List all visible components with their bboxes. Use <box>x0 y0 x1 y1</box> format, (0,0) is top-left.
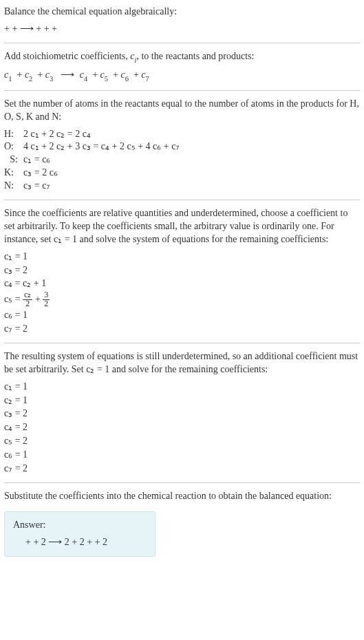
atoms-label-n: N: <box>4 180 23 193</box>
coeff-intro: Add stoichiometric coefficients, ci, to … <box>4 50 360 65</box>
atoms-k-eq: = <box>34 167 42 178</box>
answer-box: Answer: + + 2 ⟶ 2 + 2 + + 2 <box>4 511 156 557</box>
substitute-text: Substitute the coefficients into the che… <box>4 490 360 503</box>
sol1-l2: c₃ = 2 <box>4 264 360 277</box>
atoms-s-rhs: c₆ <box>42 154 50 164</box>
sol2-l7: c₇ = 2 <box>4 462 360 476</box>
sol1-l4: c₅ = c₂ 2 + 3 2 <box>4 291 360 308</box>
solution-2: c₁ = 1 c₂ = 1 c₃ = 2 c₄ = 2 c₅ = 2 c₆ = … <box>4 381 360 476</box>
atoms-row-h: H: 2 c₁ + 2 c₂ = 2 c₄ <box>4 128 360 141</box>
atoms-row-k: K: c₃ = 2 c₆ <box>4 167 360 180</box>
atoms-row-s: S: c₁ = c₆ <box>4 153 360 167</box>
sol2-l2: c₂ = 1 <box>4 394 360 407</box>
plus-3: + <box>92 70 100 80</box>
atoms-eq-n: c₃ = c₇ <box>23 180 360 193</box>
plus-5: + <box>133 70 141 80</box>
atoms-h-lhs: 2 c₁ + 2 c₂ <box>23 129 65 139</box>
atoms-o-eq: = <box>93 141 100 151</box>
coeff-intro-text-2: , to the reactants and products: <box>136 51 254 61</box>
arrow-1: ⟶ <box>58 70 77 80</box>
sol1-l1: c₁ = 1 <box>4 250 360 264</box>
c2-sub: 2 <box>29 75 32 83</box>
divider <box>4 343 360 343</box>
c7: c <box>141 70 145 80</box>
atoms-h-rhs: 2 c₄ <box>75 129 91 139</box>
sol1-frac2-den: 2 <box>43 300 50 308</box>
atoms-h-eq: = <box>67 129 75 139</box>
sol1-l5: c₆ = 1 <box>4 309 360 322</box>
atoms-n-rhs: c₇ <box>42 180 50 191</box>
sol1-frac1-den: 2 <box>23 300 32 308</box>
atoms-eq-k: c₃ = 2 c₆ <box>23 167 360 180</box>
c7-sub: 7 <box>146 75 149 83</box>
atoms-o-lhs: 4 c₁ + 2 c₂ + 3 c₃ <box>23 141 91 151</box>
sol2-l3: c₃ = 2 <box>4 407 360 420</box>
atoms-k-rhs: 2 c₆ <box>42 167 58 178</box>
sol2-l1: c₁ = 1 <box>4 381 360 394</box>
sol1-frac1: c₂ 2 <box>23 291 32 308</box>
divider <box>4 43 360 43</box>
underdetermined-1: Since the coefficients are relative quan… <box>4 207 360 246</box>
c5-sub: 5 <box>105 75 108 83</box>
divider <box>4 482 360 483</box>
c6-sub: 6 <box>125 75 129 83</box>
balance-title: Balance the chemical equation algebraica… <box>4 6 360 19</box>
c1-sub: 1 <box>8 75 12 83</box>
atoms-label-k: K: <box>4 167 23 180</box>
sol1-l3: c₄ = c₂ + 1 <box>4 277 360 290</box>
sol2-l6: c₆ = 1 <box>4 449 360 462</box>
atoms-row-o: O: 4 c₁ + 2 c₂ + 3 c₃ = c₄ + 2 c₅ + 4 c₆… <box>4 140 360 153</box>
plus-4: + <box>113 70 120 80</box>
answer-reaction: + + 2 ⟶ 2 + 2 + + 2 <box>13 536 147 549</box>
c6: c <box>120 70 125 80</box>
coeff-symbol-i: i <box>134 56 136 64</box>
atoms-k-lhs: c₃ <box>23 167 32 178</box>
atoms-s-eq: = <box>34 154 42 164</box>
atoms-intro: Set the number of atoms in the reactants… <box>4 98 360 124</box>
sol1-frac2: 3 2 <box>43 291 50 308</box>
atoms-eq-o: 4 c₁ + 2 c₂ + 3 c₃ = c₄ + 2 c₅ + 4 c₆ + … <box>23 140 360 153</box>
underdetermined-2: The resulting system of equations is sti… <box>4 350 360 376</box>
atoms-label-h: H: <box>4 128 23 141</box>
c4-sub: 4 <box>84 75 87 83</box>
unbalanced-reaction: + + ⟶ + + + <box>4 23 360 36</box>
divider <box>4 90 360 91</box>
atoms-label-s: S: <box>4 153 23 167</box>
atoms-row-n: N: c₃ = c₇ <box>4 180 360 193</box>
atoms-eq-s: c₁ = c₆ <box>23 153 360 167</box>
atoms-s-lhs: c₁ <box>23 154 32 164</box>
sol2-l4: c₄ = 2 <box>4 421 360 434</box>
atoms-n-eq: = <box>34 180 42 191</box>
sol1-l4-prefix: c₅ = <box>4 294 23 304</box>
plus-2: + <box>37 70 45 80</box>
c3-sub: 3 <box>50 75 53 83</box>
sol1-l4-plus: + <box>35 294 43 304</box>
answer-label: Answer: <box>13 519 147 532</box>
atoms-o-rhs: c₄ + 2 c₅ + 4 c₆ + c₇ <box>101 141 180 151</box>
atoms-table: H: 2 c₁ + 2 c₂ = 2 c₄ O: 4 c₁ + 2 c₂ + 3… <box>4 128 360 193</box>
divider <box>4 200 360 200</box>
coeff-intro-text-1: Add stoichiometric coefficients, <box>4 51 130 61</box>
atoms-eq-h: 2 c₁ + 2 c₂ = 2 c₄ <box>23 128 360 141</box>
sol2-l5: c₅ = 2 <box>4 435 360 448</box>
c4: c <box>80 70 84 80</box>
coeff-reaction: c1 + c2 + c3 ⟶ c4 + c5 + c6 + c7 <box>4 69 360 83</box>
sol1-l6: c₇ = 2 <box>4 323 360 336</box>
solution-1: c₁ = 1 c₃ = 2 c₄ = c₂ + 1 c₅ = c₂ 2 + 3 … <box>4 250 360 336</box>
atoms-n-lhs: c₃ <box>23 180 32 191</box>
c5: c <box>100 70 105 80</box>
plus-1: + <box>17 70 24 80</box>
atoms-label-o: O: <box>4 140 23 153</box>
